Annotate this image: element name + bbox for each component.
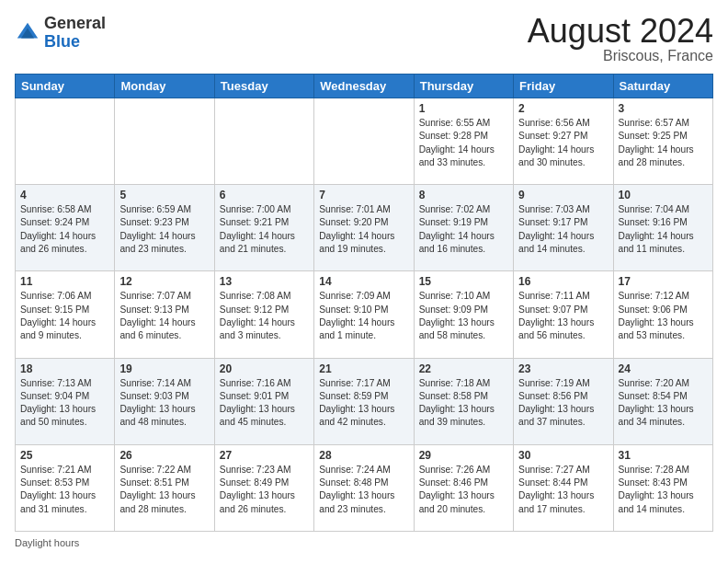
table-row: 5Sunrise: 6:59 AM Sunset: 9:23 PM Daylig… [115, 185, 214, 271]
day-number: 20 [220, 362, 309, 375]
day-info: Sunrise: 7:09 AM Sunset: 9:10 PM Dayligh… [319, 290, 408, 342]
weekday-header: Thursday [414, 75, 513, 98]
calendar: SundayMondayTuesdayWednesdayThursdayFrid… [15, 74, 713, 532]
day-info: Sunrise: 7:20 AM Sunset: 8:54 PM Dayligh… [619, 377, 708, 430]
table-row: 10Sunrise: 7:04 AM Sunset: 9:16 PM Dayli… [613, 185, 712, 271]
calendar-week-row: 11Sunrise: 7:06 AM Sunset: 9:15 PM Dayli… [16, 271, 713, 358]
header: General Blue August 2024 Briscous, Franc… [15, 15, 713, 64]
day-info: Sunrise: 7:01 AM Sunset: 9:20 PM Dayligh… [319, 203, 408, 256]
day-number: 12 [119, 275, 209, 288]
day-number: 1 [419, 102, 508, 115]
table-row: 8Sunrise: 7:02 AM Sunset: 9:19 PM Daylig… [414, 185, 513, 271]
day-info: Sunrise: 7:11 AM Sunset: 9:07 PM Dayligh… [518, 290, 608, 342]
table-row: 4Sunrise: 6:58 AM Sunset: 9:24 PM Daylig… [16, 185, 115, 271]
footer: Daylight hours [15, 537, 713, 548]
logo-blue: Blue [44, 33, 106, 52]
day-info: Sunrise: 6:59 AM Sunset: 9:23 PM Dayligh… [119, 203, 209, 256]
weekday-header: Friday [514, 75, 613, 98]
day-info: Sunrise: 7:21 AM Sunset: 8:53 PM Dayligh… [20, 464, 109, 516]
table-row: 16Sunrise: 7:11 AM Sunset: 9:07 PM Dayli… [514, 271, 613, 358]
day-number: 29 [419, 449, 508, 462]
table-row: 27Sunrise: 7:23 AM Sunset: 8:49 PM Dayli… [214, 444, 313, 531]
day-number: 3 [619, 102, 708, 115]
table-row: 26Sunrise: 7:22 AM Sunset: 8:51 PM Dayli… [115, 444, 214, 531]
table-row: 15Sunrise: 7:10 AM Sunset: 9:09 PM Dayli… [414, 271, 513, 358]
day-number: 2 [518, 102, 608, 115]
day-info: Sunrise: 7:17 AM Sunset: 8:59 PM Dayligh… [319, 377, 408, 430]
day-info: Sunrise: 7:12 AM Sunset: 9:06 PM Dayligh… [619, 290, 708, 342]
table-row [115, 98, 214, 185]
page: General Blue August 2024 Briscous, Franc… [0, 0, 728, 563]
day-info: Sunrise: 7:19 AM Sunset: 8:56 PM Dayligh… [518, 377, 608, 430]
day-number: 8 [419, 189, 508, 201]
day-info: Sunrise: 7:28 AM Sunset: 8:43 PM Dayligh… [619, 464, 708, 516]
day-number: 23 [518, 362, 608, 375]
day-info: Sunrise: 7:14 AM Sunset: 9:03 PM Dayligh… [119, 377, 209, 430]
table-row: 20Sunrise: 7:16 AM Sunset: 9:01 PM Dayli… [214, 358, 313, 444]
day-number: 16 [518, 275, 608, 288]
table-row: 22Sunrise: 7:18 AM Sunset: 8:58 PM Dayli… [414, 358, 513, 444]
table-row: 31Sunrise: 7:28 AM Sunset: 8:43 PM Dayli… [613, 444, 712, 531]
day-info: Sunrise: 7:22 AM Sunset: 8:51 PM Dayligh… [119, 464, 209, 516]
table-row: 23Sunrise: 7:19 AM Sunset: 8:56 PM Dayli… [514, 358, 613, 444]
calendar-week-row: 25Sunrise: 7:21 AM Sunset: 8:53 PM Dayli… [16, 444, 713, 531]
day-number: 17 [619, 275, 708, 288]
calendar-week-row: 1Sunrise: 6:55 AM Sunset: 9:28 PM Daylig… [16, 98, 713, 185]
title-area: August 2024 Briscous, France [528, 15, 713, 64]
day-number: 27 [220, 449, 309, 462]
day-info: Sunrise: 7:03 AM Sunset: 9:17 PM Dayligh… [518, 203, 608, 256]
logo: General Blue [15, 15, 106, 52]
day-number: 9 [518, 189, 608, 201]
day-info: Sunrise: 6:56 AM Sunset: 9:27 PM Dayligh… [518, 117, 608, 169]
day-info: Sunrise: 7:13 AM Sunset: 9:04 PM Dayligh… [20, 377, 109, 430]
table-row [314, 98, 414, 185]
table-row: 24Sunrise: 7:20 AM Sunset: 8:54 PM Dayli… [613, 358, 712, 444]
table-row: 7Sunrise: 7:01 AM Sunset: 9:20 PM Daylig… [314, 185, 414, 271]
table-row: 12Sunrise: 7:07 AM Sunset: 9:13 PM Dayli… [115, 271, 214, 358]
day-number: 22 [419, 362, 508, 375]
day-info: Sunrise: 7:23 AM Sunset: 8:49 PM Dayligh… [220, 464, 309, 516]
weekday-header: Saturday [613, 75, 712, 98]
table-row: 30Sunrise: 7:27 AM Sunset: 8:44 PM Dayli… [514, 444, 613, 531]
weekday-header: Wednesday [314, 75, 414, 98]
day-info: Sunrise: 7:24 AM Sunset: 8:48 PM Dayligh… [319, 464, 408, 516]
day-number: 4 [20, 189, 109, 201]
header-row: SundayMondayTuesdayWednesdayThursdayFrid… [16, 75, 713, 98]
day-info: Sunrise: 7:26 AM Sunset: 8:46 PM Dayligh… [419, 464, 508, 516]
day-number: 19 [119, 362, 209, 375]
day-info: Sunrise: 7:10 AM Sunset: 9:09 PM Dayligh… [419, 290, 508, 342]
day-number: 31 [619, 449, 708, 462]
day-number: 10 [619, 189, 708, 201]
table-row: 21Sunrise: 7:17 AM Sunset: 8:59 PM Dayli… [314, 358, 414, 444]
logo-icon [15, 20, 40, 46]
daylight-hours-label: Daylight hours [15, 537, 79, 548]
table-row: 6Sunrise: 7:00 AM Sunset: 9:21 PM Daylig… [214, 185, 313, 271]
weekday-header: Monday [115, 75, 214, 98]
logo-general: General [44, 15, 106, 33]
day-number: 30 [518, 449, 608, 462]
day-info: Sunrise: 6:58 AM Sunset: 9:24 PM Dayligh… [20, 203, 109, 256]
table-row: 29Sunrise: 7:26 AM Sunset: 8:46 PM Dayli… [414, 444, 513, 531]
day-number: 28 [319, 449, 408, 462]
weekday-header: Sunday [16, 75, 115, 98]
day-info: Sunrise: 7:07 AM Sunset: 9:13 PM Dayligh… [119, 290, 209, 342]
day-info: Sunrise: 7:08 AM Sunset: 9:12 PM Dayligh… [220, 290, 309, 342]
day-number: 14 [319, 275, 408, 288]
day-info: Sunrise: 7:02 AM Sunset: 9:19 PM Dayligh… [419, 203, 508, 256]
table-row: 25Sunrise: 7:21 AM Sunset: 8:53 PM Dayli… [16, 444, 115, 531]
calendar-week-row: 4Sunrise: 6:58 AM Sunset: 9:24 PM Daylig… [16, 185, 713, 271]
weekday-header: Tuesday [214, 75, 313, 98]
day-number: 15 [419, 275, 508, 288]
table-row: 9Sunrise: 7:03 AM Sunset: 9:17 PM Daylig… [514, 185, 613, 271]
day-number: 5 [119, 189, 209, 201]
day-info: Sunrise: 7:16 AM Sunset: 9:01 PM Dayligh… [220, 377, 309, 430]
day-info: Sunrise: 7:00 AM Sunset: 9:21 PM Dayligh… [220, 203, 309, 256]
calendar-week-row: 18Sunrise: 7:13 AM Sunset: 9:04 PM Dayli… [16, 358, 713, 444]
table-row: 2Sunrise: 6:56 AM Sunset: 9:27 PM Daylig… [514, 98, 613, 185]
day-info: Sunrise: 7:18 AM Sunset: 8:58 PM Dayligh… [419, 377, 508, 430]
table-row: 13Sunrise: 7:08 AM Sunset: 9:12 PM Dayli… [214, 271, 313, 358]
table-row: 14Sunrise: 7:09 AM Sunset: 9:10 PM Dayli… [314, 271, 414, 358]
day-number: 21 [319, 362, 408, 375]
day-number: 26 [119, 449, 209, 462]
table-row [16, 98, 115, 185]
